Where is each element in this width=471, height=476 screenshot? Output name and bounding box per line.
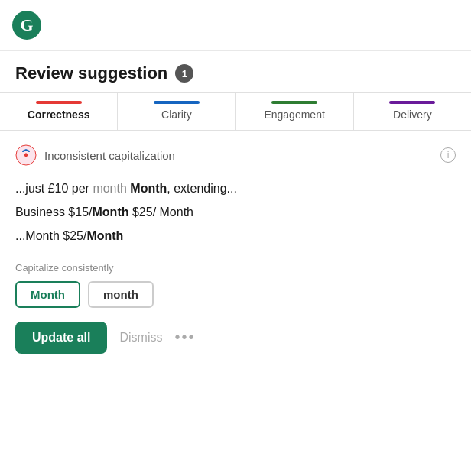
dismiss-button[interactable]: Dismiss bbox=[119, 331, 162, 345]
tab-correctness[interactable]: Correctness bbox=[0, 93, 118, 130]
more-options-button[interactable]: ••• bbox=[174, 329, 195, 346]
svg-text:G: G bbox=[20, 15, 33, 34]
suggestion-month-capital[interactable]: Month bbox=[15, 281, 80, 308]
issue-type-icon bbox=[15, 144, 37, 166]
text-example-1: ...just £10 per month Month, extending..… bbox=[15, 178, 456, 199]
text-examples: ...just £10 per month Month, extending..… bbox=[15, 178, 456, 247]
text-example-2: Business $15/Month $25/ Month bbox=[15, 202, 456, 222]
update-all-button[interactable]: Update all bbox=[15, 322, 107, 354]
bold-word-2: Month bbox=[93, 206, 129, 219]
clarity-indicator bbox=[154, 101, 200, 104]
engagement-indicator bbox=[271, 101, 317, 104]
suggestion-buttons: Month month bbox=[15, 281, 456, 308]
tab-delivery-label: Delivery bbox=[393, 108, 432, 121]
tab-delivery[interactable]: Delivery bbox=[354, 93, 471, 130]
title-section: Review suggestion 1 bbox=[0, 51, 471, 92]
text-example-3: ...Month $25/Month bbox=[15, 225, 456, 246]
correctness-indicator bbox=[36, 101, 82, 104]
text-line-3-prefix: ...Month $25/ bbox=[15, 229, 86, 242]
text-prefix-1: ...just £10 per bbox=[15, 182, 93, 195]
info-icon-label: i bbox=[447, 150, 450, 160]
tab-engagement[interactable]: Engagement bbox=[236, 93, 354, 130]
action-row: Update all Dismiss ••• bbox=[15, 322, 456, 354]
header-bar: G bbox=[0, 0, 471, 51]
tab-correctness-label: Correctness bbox=[28, 108, 90, 121]
capitalize-label: Capitalize consistently bbox=[15, 262, 456, 274]
issue-title: Inconsistent capitalization bbox=[44, 149, 433, 162]
suggestion-count-badge: 1 bbox=[175, 64, 193, 83]
info-icon[interactable]: i bbox=[440, 147, 456, 163]
tab-clarity[interactable]: Clarity bbox=[118, 93, 236, 130]
tabs-bar: Correctness Clarity Engagement Delivery bbox=[0, 92, 471, 131]
tab-engagement-label: Engagement bbox=[264, 108, 324, 121]
bold-word-3: Month bbox=[86, 229, 123, 242]
issue-header: Inconsistent capitalization i bbox=[15, 144, 456, 166]
page-title: Review suggestion bbox=[15, 63, 167, 83]
delivery-indicator bbox=[389, 101, 435, 104]
tab-clarity-label: Clarity bbox=[161, 108, 192, 121]
strikethrough-word: month bbox=[93, 182, 126, 195]
text-suffix-1: , extending... bbox=[167, 182, 237, 195]
content-area: Inconsistent capitalization i ...just £1… bbox=[0, 131, 471, 368]
text-line-2-suffix: $25/ Month bbox=[129, 206, 194, 219]
grammarly-logo: G bbox=[12, 11, 41, 40]
suggestion-month-lower[interactable]: month bbox=[88, 281, 154, 308]
bold-word-1: Month bbox=[127, 182, 167, 195]
text-line-2-prefix: Business $15/ bbox=[15, 206, 93, 219]
